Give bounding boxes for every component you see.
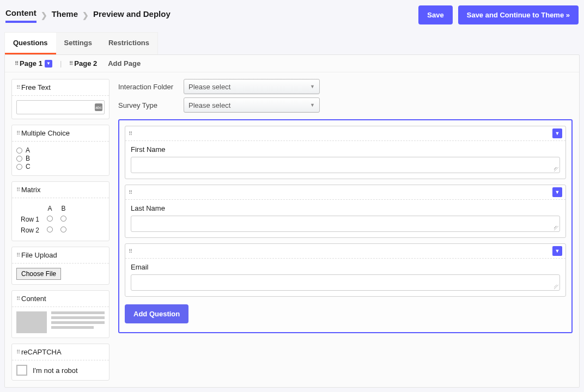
palette-file-upload[interactable]: File Upload Choose File <box>11 247 110 285</box>
select-value: Please select <box>188 101 230 109</box>
page-tabs: Page 1 ▼ | Page 2 Add Page <box>5 55 579 72</box>
page-tab-1[interactable]: Page 1 ▼ <box>11 58 56 69</box>
recaptcha-checkbox[interactable] <box>16 365 27 376</box>
content-preview <box>16 311 105 333</box>
drag-handle-icon[interactable] <box>16 349 19 355</box>
question-last-name[interactable]: ▼ Last Name <box>125 185 566 238</box>
drag-handle-icon[interactable] <box>69 60 72 66</box>
breadcrumb-content[interactable]: Content <box>5 7 36 23</box>
breadcrumbs: Content ❯ Theme ❯ Preview and Deploy <box>5 7 171 23</box>
radio-icon <box>60 226 66 232</box>
drag-handle-icon[interactable] <box>16 84 19 90</box>
palette-free-text[interactable]: Free Text abc <box>11 79 110 119</box>
page-tab-label: Page 2 <box>74 59 97 68</box>
palette-item-title: File Upload <box>21 251 57 259</box>
survey-type-select[interactable]: Please select ▼ <box>184 97 320 113</box>
tab-questions[interactable]: Questions <box>5 33 56 54</box>
chevron-right-icon: ❯ <box>41 11 47 20</box>
question-first-name[interactable]: ▼ First Name <box>125 126 566 179</box>
question-answer-input[interactable] <box>131 274 560 291</box>
choose-file-button[interactable]: Choose File <box>16 268 61 280</box>
workspace: Page 1 ▼ | Page 2 Add Page Free Text abc <box>4 54 580 388</box>
form-area: Interaction Folder Please select ▼ Surve… <box>118 79 573 381</box>
tab-restrictions[interactable]: Restrictions <box>100 33 157 54</box>
palette-matrix[interactable]: Matrix A B Row 1 Row <box>11 181 110 241</box>
select-value: Please select <box>188 83 230 91</box>
radio-icon <box>47 216 53 222</box>
drag-handle-icon[interactable] <box>15 60 17 66</box>
drag-handle-icon[interactable] <box>16 187 19 193</box>
top-bar: Content ❯ Theme ❯ Preview and Deploy Sav… <box>0 0 584 27</box>
palette-item-title: Matrix <box>21 186 40 194</box>
add-page-button[interactable]: Add Page <box>101 59 141 68</box>
drag-handle-icon[interactable] <box>16 252 19 258</box>
text-mode-icon: abc <box>95 103 102 111</box>
palette-item-title: Multiple Choice <box>21 129 70 137</box>
question-label: Last Name <box>125 200 565 216</box>
matrix-row: Row 2 <box>17 225 42 235</box>
question-canvas[interactable]: ▼ First Name ▼ Last Name ▼ <box>118 119 573 333</box>
breadcrumb-preview-deploy[interactable]: Preview and Deploy <box>93 8 171 22</box>
drag-handle-icon[interactable] <box>16 130 19 136</box>
question-menu-button[interactable]: ▼ <box>552 187 562 197</box>
drag-handle-icon[interactable] <box>129 189 131 195</box>
question-label: First Name <box>125 141 565 157</box>
survey-type-label: Survey Type <box>118 101 178 109</box>
chevron-down-icon: ▼ <box>310 84 315 89</box>
question-palette: Free Text abc Multiple Choice A B C <box>11 79 110 381</box>
question-answer-input[interactable] <box>131 157 560 173</box>
radio-icon <box>16 164 22 170</box>
question-menu-button[interactable]: ▼ <box>552 246 562 256</box>
recaptcha-label: I'm not a robot <box>33 366 78 375</box>
option-label: C <box>26 163 31 170</box>
palette-multiple-choice[interactable]: Multiple Choice A B C <box>11 125 110 176</box>
drag-handle-icon[interactable] <box>129 131 131 137</box>
survey-config: Interaction Folder Please select ▼ Surve… <box>118 79 573 113</box>
palette-item-title: Free Text <box>21 83 51 91</box>
question-answer-input[interactable] <box>131 216 560 232</box>
radio-icon <box>16 156 22 162</box>
save-button[interactable]: Save <box>418 5 452 24</box>
matrix-preview: A B Row 1 Row 2 <box>16 203 71 236</box>
page-tab-menu-button[interactable]: ▼ <box>45 60 52 68</box>
question-email[interactable]: ▼ Email <box>125 243 566 297</box>
radio-icon <box>16 148 22 154</box>
separator: | <box>57 59 65 68</box>
add-question-button[interactable]: Add Question <box>125 304 188 323</box>
tab-settings[interactable]: Settings <box>56 33 100 54</box>
palette-recaptcha[interactable]: reCAPTCHA I'm not a robot <box>11 344 110 381</box>
question-label: Email <box>125 259 565 274</box>
radio-icon <box>60 216 66 222</box>
drag-handle-icon[interactable] <box>16 296 19 302</box>
content-tabs: Questions Settings Restrictions <box>4 32 158 54</box>
option-label: B <box>26 155 30 162</box>
breadcrumb-theme[interactable]: Theme <box>52 8 78 22</box>
matrix-row: Row 1 <box>17 215 42 224</box>
question-menu-button[interactable]: ▼ <box>552 128 562 138</box>
free-text-preview-input: abc <box>16 100 105 114</box>
page-tab-2[interactable]: Page 2 <box>66 58 100 69</box>
radio-icon <box>47 226 53 232</box>
palette-item-title: Content <box>21 295 46 303</box>
placeholder-image-icon <box>16 311 47 333</box>
chevron-down-icon: ▼ <box>310 102 315 108</box>
top-buttons: Save Save and Continue to Theme » <box>418 5 579 24</box>
interaction-folder-select[interactable]: Please select ▼ <box>184 79 320 94</box>
matrix-col: A <box>44 204 56 213</box>
save-and-continue-button[interactable]: Save and Continue to Theme » <box>458 5 579 24</box>
matrix-col: B <box>57 204 70 213</box>
option-label: A <box>26 146 30 154</box>
interaction-folder-label: Interaction Folder <box>118 83 178 91</box>
palette-content[interactable]: Content <box>11 290 110 338</box>
palette-item-title: reCAPTCHA <box>21 348 62 356</box>
chevron-right-icon: ❯ <box>82 11 89 20</box>
page-tab-label: Page 1 <box>20 59 42 68</box>
drag-handle-icon[interactable] <box>129 248 131 254</box>
